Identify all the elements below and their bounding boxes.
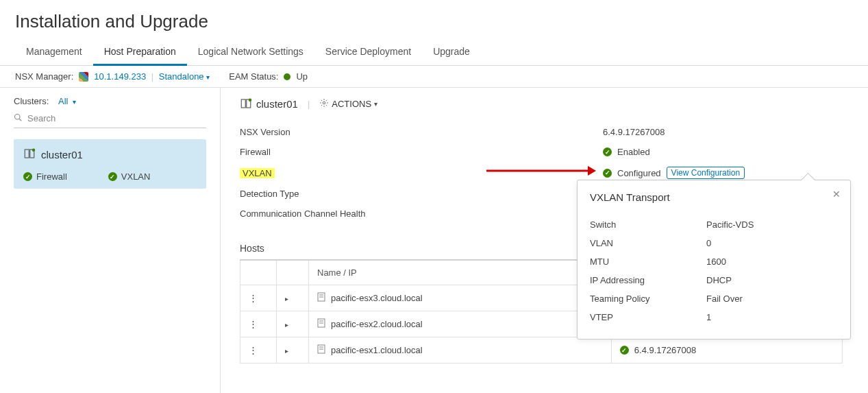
eam-status-label: EAM Status: — [229, 71, 278, 82]
row-actions-icon[interactable]: ⋮ — [240, 285, 277, 311]
tab-upgrade[interactable]: Upgrade — [422, 39, 481, 65]
search-input-row[interactable] — [14, 110, 206, 128]
annotation-arrow-icon — [486, 164, 596, 178]
firewall-label: Firewall — [240, 147, 603, 157]
vxlan-value: ✓ Configured View Configuration — [603, 167, 745, 179]
expand-row-icon[interactable]: ▸ — [277, 337, 309, 364]
tab-bar: Management Host Preparation Logical Netw… — [0, 39, 868, 66]
chevron-down-icon: ▾ — [206, 73, 210, 81]
search-icon — [14, 113, 22, 123]
cluster-icon — [23, 147, 36, 162]
cluster-title: cluster01 — [240, 97, 298, 110]
host-icon — [317, 318, 325, 330]
expand-row-icon[interactable]: ▸ — [277, 311, 309, 337]
info-bar: NSX Manager: 10.1.149.233 | Standalone ▾… — [0, 66, 868, 88]
row-actions-icon[interactable]: ⋮ — [240, 311, 277, 337]
view-configuration-link[interactable]: View Configuration — [667, 167, 745, 179]
chevron-down-icon: ▾ — [71, 98, 76, 106]
check-icon: ✓ — [620, 346, 629, 355]
tab-service-deployment[interactable]: Service Deployment — [314, 39, 422, 65]
detection-type-label: Detection Type — [240, 189, 603, 199]
status-badge: ✓ Firewall — [23, 171, 67, 182]
sidebar-cluster-name: cluster01 — [41, 149, 83, 160]
cluster-icon — [240, 97, 252, 110]
svg-point-7 — [249, 99, 252, 102]
gear-icon — [319, 98, 329, 110]
nsx-manager-label: NSX Manager: — [15, 71, 73, 82]
check-icon: ✓ — [603, 169, 612, 178]
svg-point-8 — [323, 102, 326, 104]
svg-line-1 — [19, 119, 21, 121]
svg-rect-2 — [25, 150, 29, 158]
nsx-version-label: NSX Version — [240, 127, 603, 137]
col-name[interactable]: Name / IP — [309, 260, 612, 285]
svg-point-0 — [15, 115, 21, 120]
check-icon: ✓ — [108, 172, 117, 181]
chevron-down-icon: ▾ — [374, 100, 377, 108]
status-badge: ✓ VXLAN — [108, 171, 151, 182]
eam-status-value: Up — [296, 71, 308, 82]
tab-logical-network-settings[interactable]: Logical Network Settings — [187, 39, 314, 65]
actions-button[interactable]: ACTIONS ▾ — [319, 98, 377, 110]
host-icon — [317, 344, 325, 356]
check-icon: ✓ — [23, 172, 32, 181]
firewall-value: ✓ Enabled — [603, 147, 650, 157]
sidebar-cluster-card[interactable]: cluster01 ✓ Firewall ✓ VXLAN — [14, 139, 206, 189]
search-input[interactable] — [26, 112, 179, 124]
check-icon: ✓ — [603, 147, 612, 156]
sidebar: Clusters: All ▾ cluster01 — [0, 88, 221, 393]
table-row[interactable]: ⋮ ▸ pacific-esx1.cloud.local ✓6.4.9.1726… — [240, 337, 843, 364]
cluster-filter[interactable]: Clusters: All ▾ — [14, 96, 206, 106]
tab-management[interactable]: Management — [15, 39, 93, 65]
close-icon[interactable]: ✕ — [832, 189, 841, 200]
status-dot-icon — [284, 73, 290, 80]
nsx-manager-icon — [79, 72, 88, 82]
tab-host-preparation[interactable]: Host Preparation — [93, 39, 187, 65]
row-actions-icon[interactable]: ⋮ — [240, 337, 277, 364]
host-icon — [317, 292, 325, 304]
expand-row-icon[interactable]: ▸ — [277, 285, 309, 311]
nsx-manager-link[interactable]: 10.1.149.233 | Standalone ▾ — [94, 71, 210, 82]
svg-point-4 — [32, 149, 36, 152]
svg-marker-19 — [588, 166, 596, 176]
svg-rect-5 — [241, 99, 245, 108]
nsx-version-value: 6.4.9.17267008 — [603, 127, 665, 137]
page-title: Installation and Upgrade — [0, 0, 868, 39]
popover-title: VXLAN Transport — [590, 191, 838, 203]
vxlan-transport-popover: ✕ VXLAN Transport SwitchPacific-VDS VLAN… — [577, 180, 851, 340]
comm-channel-label: Communication Channel Health — [240, 209, 603, 219]
